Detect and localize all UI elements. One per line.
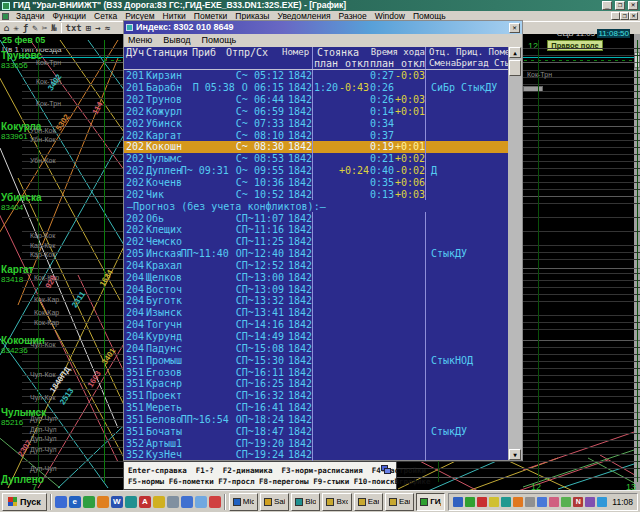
table-row[interactable]: 351ПроектСП~16:321842 <box>124 390 508 402</box>
table-row[interactable]: 351КраснрСП~16:251842 <box>124 378 508 390</box>
right-field-button[interactable]: Правое поле <box>547 40 603 51</box>
scroll-up-icon[interactable]: ▲ <box>509 47 521 58</box>
table-row[interactable]: 202ЧулымсС~ 08:5318420:21+0:02 <box>124 153 508 165</box>
pen-icon[interactable]: ✎ <box>32 23 37 34</box>
table-row[interactable]: 202КоченвС~ 10:3618420:35+0:06 <box>124 177 508 189</box>
table-row[interactable]: 204ВосточСП~13:091842 <box>124 283 508 295</box>
task-button-7[interactable]: ГИД (... <box>416 493 445 511</box>
table-row[interactable]: 352Артыш1СП~19:201842 <box>124 437 508 449</box>
tray-5-icon[interactable] <box>501 497 511 507</box>
wave-icon[interactable]: ≈ <box>105 23 110 34</box>
internet-explorer-icon[interactable]: e <box>69 496 81 508</box>
minimize-icon[interactable]: _ <box>602 1 612 10</box>
table-row[interactable]: 202ТруновС~ 06:4418420:26+0:03 <box>124 94 508 106</box>
child-restore-icon[interactable]: ❐ <box>620 12 629 20</box>
word-icon[interactable]: W <box>111 496 123 508</box>
tray-6-icon[interactable] <box>513 497 523 507</box>
tray-8-icon[interactable] <box>537 497 547 507</box>
table-icon[interactable]: ⊞ <box>86 23 91 34</box>
dialog-scrollbar-thumb[interactable] <box>509 60 521 76</box>
table-row[interactable]: 204ИзынскСП~13:411842 <box>124 307 508 319</box>
orange-app-icon[interactable] <box>97 496 109 508</box>
child-close-icon[interactable]: ✕ <box>629 12 638 20</box>
dialog-menu-item-2[interactable]: Вывод <box>163 34 195 47</box>
table-row[interactable]: 351ЕгозовСП~16:111842 <box>124 366 508 378</box>
task-button-4[interactable]: Входя... <box>322 493 351 511</box>
mail-icon[interactable] <box>195 496 207 508</box>
arrow-icon[interactable]: → <box>95 23 100 34</box>
menu-item-3[interactable]: Сетка <box>90 11 121 21</box>
close-icon[interactable]: ✕ <box>628 1 638 10</box>
table-row[interactable]: 202КлещихСП~11:161842 <box>124 224 508 236</box>
task-button-2[interactable]: Sai_n <box>260 493 289 511</box>
tray-9-icon[interactable] <box>549 497 559 507</box>
tray-1-icon[interactable] <box>453 497 463 507</box>
table-row[interactable]: 202ОбьСП~11:071842 <box>124 212 508 224</box>
table-row[interactable]: 204ПадунсСП~15:081842 <box>124 342 508 354</box>
table-row[interactable]: 202ДупленП~ 09:31О~ 09:551842+0:240:40-0… <box>124 165 508 177</box>
scroll-down-icon[interactable]: ▼ <box>509 449 521 460</box>
table-row[interactable]: 202КокошнС~ 08:3018420:19+0:01 <box>124 141 508 153</box>
table-row[interactable]: 204ТогучнСП~14:161842 <box>124 319 508 331</box>
printer-icon[interactable] <box>167 496 179 508</box>
brightness-icon[interactable]: ✳ <box>13 23 18 34</box>
acrobat-icon[interactable]: A <box>139 496 151 508</box>
table-row[interactable]: 201БарабнП 05:38О 06:1518421:20-0:430:26… <box>124 82 508 94</box>
yellow-app-icon[interactable] <box>153 496 165 508</box>
dialog-titlebar[interactable]: Индекс: 8302 010 8649 ✕ <box>124 21 522 34</box>
maximize-icon[interactable]: ❐ <box>615 1 625 10</box>
tray-4-icon[interactable] <box>489 497 499 507</box>
table-row[interactable]: 202ЧемскоСП~11:251842 <box>124 236 508 248</box>
text-icon[interactable]: txt <box>66 23 82 34</box>
task-button-1[interactable]: Micros... <box>229 493 258 511</box>
task-button-6[interactable]: Eam... <box>385 493 414 511</box>
dialog-scrollbar[interactable]: ▲ ▼ <box>508 47 522 460</box>
tray-12-icon[interactable] <box>585 497 595 507</box>
tray-11-icon[interactable]: N <box>573 497 583 507</box>
red-app-icon[interactable] <box>209 496 221 508</box>
child-minimize-icon[interactable]: _ <box>611 12 620 20</box>
green-app-icon[interactable] <box>83 496 95 508</box>
table-row[interactable]: 204КрахалСП~12:521842 <box>124 260 508 272</box>
tray-3-icon[interactable] <box>477 497 487 507</box>
table-row[interactable]: 352КузНечСП~19:241842 <box>124 449 508 461</box>
table-row[interactable]: 202ЧикС~ 10:5218420:13+0:03 <box>124 188 508 200</box>
taskbar-clock[interactable]: 11:08 <box>612 497 633 507</box>
table-row[interactable]: 201КирзинС~ 05:1218420:27-0:03 <box>124 70 508 82</box>
task-button-3[interactable]: Block_db <box>291 493 320 511</box>
start-button[interactable]: Пуск <box>2 493 47 511</box>
segment-label: Кар-Кок <box>30 251 55 258</box>
clock-app-icon[interactable] <box>125 496 137 508</box>
print-icon[interactable] <box>381 465 391 474</box>
tray-13-icon[interactable] <box>597 497 607 507</box>
table-row[interactable]: 205ИнскаяПП~11:40ОП~12:401842СтыкДУ <box>124 248 508 260</box>
show-desktop-icon[interactable] <box>55 496 67 508</box>
table-row[interactable]: 351МеретьСП~16:411842 <box>124 402 508 414</box>
app-icon <box>2 2 10 10</box>
globe-icon[interactable] <box>181 496 193 508</box>
table-row[interactable]: 204ЩелковСП~13:001842 <box>124 271 508 283</box>
tray-10-icon[interactable] <box>561 497 571 507</box>
table-row[interactable]: 351БеловоПП~16:54ОП~18:241842 <box>124 413 508 425</box>
function-icon[interactable]: ƒ <box>23 23 28 34</box>
menu-item-2[interactable]: Функции <box>49 11 91 21</box>
table-row[interactable]: 202УбинскС~ 07:3318420:34 <box>124 117 508 129</box>
child-window-icon[interactable] <box>2 13 9 20</box>
tray-7-icon[interactable] <box>525 497 535 507</box>
table-row[interactable]: 351ПромышСП~15:301842СтыкНОД <box>124 354 508 366</box>
dialog-menu-item-3[interactable]: Помощь <box>202 34 242 47</box>
task-button-5[interactable]: Eam... <box>354 493 383 511</box>
table-row[interactable]: 202КаргатС~ 08:1018420:37 <box>124 129 508 141</box>
table-row[interactable]: 204КурундСП~14:491842 <box>124 331 508 343</box>
table-row[interactable]: 351БочатыСП~18:471842СтыкДУ <box>124 425 508 437</box>
number-icon[interactable]: № <box>51 23 56 34</box>
tray-2-icon[interactable] <box>465 497 475 507</box>
table-row[interactable]: 204БуготкСП~13:321842 <box>124 295 508 307</box>
table-row[interactable]: 202КожурлС~ 06:5918420:14+0:01 <box>124 106 508 118</box>
dialog-menu-item-1[interactable]: Меню <box>128 34 157 47</box>
menu-item-1[interactable]: Задачи <box>12 11 49 21</box>
home-icon[interactable]: ⌂ <box>4 23 9 34</box>
scissors-icon[interactable]: ✂ <box>42 23 47 34</box>
segment-label: Дуп-Чул <box>30 435 57 442</box>
dialog-close-icon[interactable]: ✕ <box>509 23 520 33</box>
